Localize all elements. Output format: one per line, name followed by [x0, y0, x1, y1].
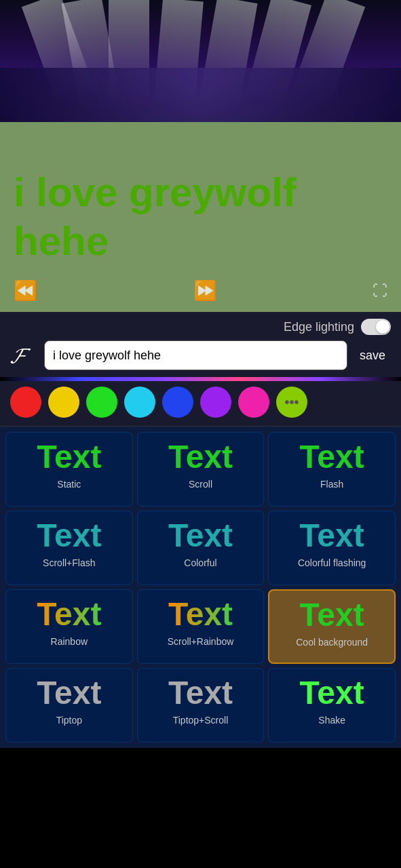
effect-label-tiptop: Tiptop — [56, 715, 82, 726]
color-red[interactable] — [10, 387, 41, 418]
effect-label-colorful: Colorful — [184, 557, 216, 569]
effect-static[interactable]: Text Static — [5, 432, 133, 507]
color-purple[interactable] — [200, 387, 231, 418]
effect-scroll[interactable]: Text Scroll — [137, 432, 265, 507]
effect-text-scroll-rainbow: Text — [168, 598, 233, 631]
effect-colorful[interactable]: Text Colorful — [137, 511, 265, 585]
color-cyan[interactable] — [124, 387, 155, 418]
effect-text-scroll-flash: Text — [37, 519, 101, 552]
effect-label-cool-background: Cool background — [296, 637, 368, 648]
controls-bar: Edge lighting 𝓕 save — [0, 312, 401, 377]
color-green[interactable] — [86, 387, 117, 418]
color-magenta[interactable] — [238, 387, 269, 418]
font-icon: 𝓕 — [10, 343, 37, 368]
display-controls: ⏪ ⏩ ⛶ — [0, 279, 401, 302]
forward-button[interactable]: ⏩ — [193, 279, 217, 302]
effect-label-scroll-flash: Scroll+Flash — [43, 557, 95, 569]
effect-label-static: Static — [57, 479, 81, 490]
input-row: 𝓕 save — [10, 340, 391, 370]
color-yellow[interactable] — [48, 387, 79, 418]
effect-text-rainbow: Text — [37, 598, 101, 631]
edge-lighting-toggle[interactable] — [361, 319, 391, 335]
text-input[interactable] — [44, 340, 347, 370]
effect-flash[interactable]: Text Flash — [268, 432, 396, 507]
effects-grid: Text Static Text Scroll Text Flash Text … — [0, 427, 401, 748]
effect-text-static: Text — [37, 441, 101, 473]
display-text: i love greywolf hehe — [14, 168, 387, 266]
effect-tiptop[interactable]: Text Tiptop — [5, 668, 133, 743]
expand-button[interactable]: ⛶ — [373, 282, 387, 300]
effect-label-colorful-flashing: Colorful flashing — [298, 557, 366, 569]
effect-text-tiptop: Text — [37, 677, 101, 709]
stage-header — [0, 0, 401, 122]
effect-text-scroll: Text — [168, 441, 233, 473]
effect-label-tiptop-scroll: Tiptop+Scroll — [173, 715, 229, 726]
effect-tiptop-scroll[interactable]: Text Tiptop+Scroll — [137, 668, 265, 743]
effect-shake[interactable]: Text Shake — [268, 668, 396, 743]
more-colors-button[interactable]: ••• — [276, 387, 307, 418]
effect-label-flash: Flash — [320, 479, 343, 490]
effect-cool-background[interactable]: Text Cool background — [268, 589, 396, 664]
effect-scroll-rainbow[interactable]: Text Scroll+Rainbow — [137, 589, 265, 664]
stage-backdrop — [0, 68, 401, 122]
effect-label-shake: Shake — [318, 715, 345, 726]
effect-text-tiptop-scroll: Text — [168, 677, 233, 709]
edge-lighting-label: Edge lighting — [284, 320, 354, 334]
effect-label-scroll-rainbow: Scroll+Rainbow — [168, 636, 234, 648]
toggle-knob — [376, 320, 389, 334]
effect-text-cool-background: Text — [300, 599, 364, 631]
color-blue[interactable] — [162, 387, 193, 418]
rewind-button[interactable]: ⏪ — [14, 279, 37, 302]
effect-text-flash: Text — [300, 441, 364, 473]
effect-label-rainbow: Rainbow — [51, 636, 88, 648]
effect-colorful-flashing[interactable]: Text Colorful flashing — [268, 511, 396, 585]
edge-lighting-row: Edge lighting — [10, 319, 391, 335]
effect-scroll-flash[interactable]: Text Scroll+Flash — [5, 511, 133, 585]
effect-text-colorful-flashing: Text — [300, 519, 364, 552]
display-area: i love greywolf hehe ⏪ ⏩ ⛶ — [0, 122, 401, 312]
more-dots-icon: ••• — [284, 395, 299, 410]
save-button[interactable]: save — [354, 345, 391, 366]
effect-text-shake: Text — [300, 677, 364, 709]
color-row: ••• — [0, 381, 401, 427]
effect-text-colorful: Text — [168, 519, 233, 552]
effect-rainbow[interactable]: Text Rainbow — [5, 589, 133, 664]
effect-label-scroll: Scroll — [189, 479, 212, 490]
